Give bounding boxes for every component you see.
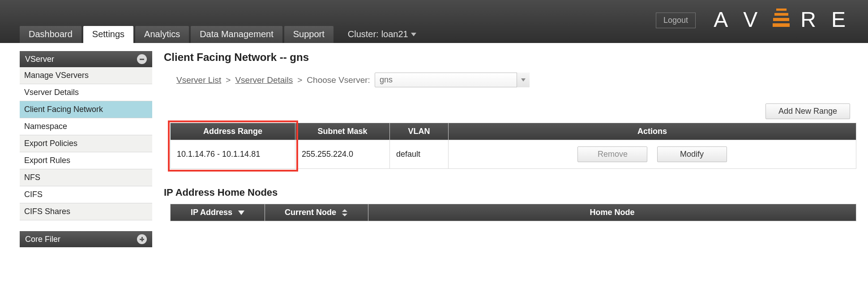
sidebar-item-client-facing-network[interactable]: Client Facing Network	[20, 101, 152, 118]
choose-vserver-label: Choose Vserver:	[307, 75, 370, 85]
tab-data-management[interactable]: Data Management	[191, 26, 282, 43]
modify-button[interactable]: Modify	[657, 146, 727, 162]
breadcrumb-link-vserver-details[interactable]: Vserver Details	[235, 75, 293, 85]
ranges-table-wrap: Address Range Subnet Mask VLAN Actions 1…	[164, 123, 855, 169]
sidebar-group-core-filer: Core Filer	[20, 231, 152, 247]
col-home-node[interactable]: Home Node	[368, 204, 856, 221]
col-ip-address[interactable]: IP Address	[171, 204, 265, 221]
sidebar-group-title: Core Filer	[25, 235, 60, 244]
cluster-selector[interactable]: Cluster: loan21	[348, 29, 416, 43]
sort-both-icon	[342, 209, 348, 216]
expand-icon	[137, 234, 147, 244]
add-new-range-button[interactable]: Add New Range	[765, 103, 850, 119]
sort-desc-icon	[238, 211, 244, 215]
tab-dashboard[interactable]: Dashboard	[20, 26, 81, 43]
sidebar-item-export-policies[interactable]: Export Policies	[20, 135, 152, 152]
cluster-prefix: Cluster:	[348, 29, 379, 39]
sidebar-item-namespace[interactable]: Namespace	[20, 118, 152, 135]
content-area: VServer Manage VServers Vserver Details …	[0, 43, 868, 258]
tab-support[interactable]: Support	[284, 26, 334, 43]
home-nodes-title: IP Address Home Nodes	[164, 187, 855, 198]
logo-bars-icon	[773, 9, 790, 27]
chevron-down-icon	[521, 78, 526, 82]
dropdown-button[interactable]	[517, 73, 530, 87]
logout-button[interactable]: Logout	[656, 13, 696, 28]
tab-analytics[interactable]: Analytics	[135, 26, 189, 43]
cluster-name: loan21	[381, 29, 408, 39]
brand-logo: A V R E	[714, 7, 850, 32]
address-ranges-table: Address Range Subnet Mask VLAN Actions 1…	[170, 123, 856, 169]
sidebar-item-export-rules[interactable]: Export Rules	[20, 152, 152, 169]
main-nav: Dashboard Settings Analytics Data Manage…	[20, 26, 416, 43]
ranges-toolbar: Add New Range	[164, 103, 855, 119]
breadcrumb-separator: >	[226, 75, 231, 85]
table-row: 10.1.14.76 - 10.1.14.81 255.255.224.0 de…	[171, 140, 856, 169]
chevron-down-icon	[411, 33, 416, 36]
col-home-node-label: Home Node	[590, 208, 634, 217]
cell-subnet-mask: 255.255.224.0	[295, 140, 390, 169]
home-nodes-table: IP Address Current Node Home Node	[170, 204, 856, 221]
page-title: Client Facing Network -- gns	[164, 51, 855, 64]
col-current-node-label: Current Node	[285, 208, 336, 217]
vserver-select-value: gns	[375, 73, 530, 87]
col-actions: Actions	[449, 123, 856, 140]
col-vlan: VLAN	[390, 123, 449, 140]
sidebar-item-manage-vservers[interactable]: Manage VServers	[20, 67, 152, 84]
sidebar-item-cifs[interactable]: CIFS	[20, 186, 152, 203]
logo-letter: V	[743, 7, 762, 32]
main-panel: Client Facing Network -- gns Vserver Lis…	[164, 51, 855, 221]
sidebar-item-nfs[interactable]: NFS	[20, 169, 152, 186]
cell-vlan: default	[390, 140, 449, 169]
sidebar-group-header-vserver[interactable]: VServer	[20, 51, 152, 67]
logo-letter: E	[831, 7, 850, 32]
col-subnet-mask: Subnet Mask	[295, 123, 390, 140]
sidebar-group-title: VServer	[25, 55, 54, 64]
sidebar-group-vserver: VServer Manage VServers Vserver Details …	[20, 51, 152, 220]
breadcrumb: Vserver List > Vserver Details > Choose …	[176, 73, 855, 87]
collapse-icon	[137, 54, 147, 64]
logo-letter: R	[800, 7, 821, 32]
col-current-node[interactable]: Current Node	[265, 204, 368, 221]
cell-actions: Remove Modify	[449, 140, 856, 169]
breadcrumb-link-vserver-list[interactable]: Vserver List	[176, 75, 221, 85]
breadcrumb-separator: >	[297, 75, 302, 85]
logo-letter: A	[714, 7, 732, 32]
col-address-range: Address Range	[171, 123, 295, 140]
cell-address-range: 10.1.14.76 - 10.1.14.81	[171, 140, 295, 169]
tab-settings[interactable]: Settings	[83, 26, 133, 43]
vserver-select[interactable]: gns	[375, 73, 530, 87]
sidebar-item-cifs-shares[interactable]: CIFS Shares	[20, 203, 152, 220]
sidebar-group-header-core-filer[interactable]: Core Filer	[20, 231, 152, 247]
top-bar: Logout A V R E Dashboard Settings Analyt…	[0, 0, 868, 43]
col-ip-address-label: IP Address	[191, 208, 232, 217]
remove-button[interactable]: Remove	[577, 146, 647, 162]
sidebar: VServer Manage VServers Vserver Details …	[20, 51, 152, 258]
sidebar-item-vserver-details[interactable]: Vserver Details	[20, 84, 152, 101]
